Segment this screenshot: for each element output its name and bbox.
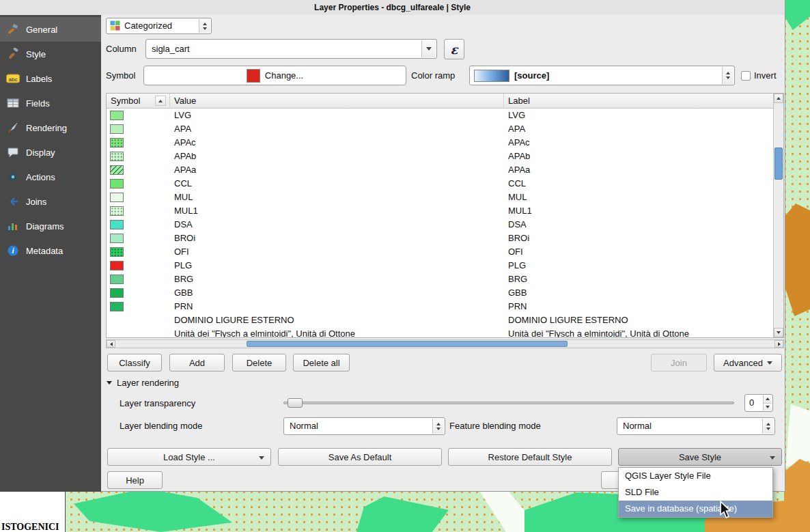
layer-blending-combo[interactable]: Normal [283, 417, 445, 435]
horizontal-scrollbar[interactable] [106, 339, 784, 348]
class-symbol-swatch[interactable] [110, 234, 124, 243]
column-combo[interactable]: sigla_cart [145, 39, 437, 59]
horizontal-scrollbar-thumb[interactable] [247, 341, 568, 347]
save-as-default-button[interactable]: Save As Default [278, 448, 442, 466]
sidebar-item-diagrams[interactable]: Diagrams [0, 214, 101, 238]
joins-icon [6, 195, 20, 208]
scroll-down-icon[interactable] [774, 328, 783, 337]
class-row[interactable]: APAbAPAb [107, 150, 773, 163]
class-row[interactable]: LVGLVG [107, 109, 773, 122]
load-style-button[interactable]: Load Style ... [107, 448, 271, 466]
combo-stepper[interactable] [432, 419, 444, 434]
class-row[interactable]: OFIOFI [107, 245, 773, 259]
window-title: Layer Properties - dbcg_ulfareale | Styl… [0, 0, 785, 15]
symbol-preview-swatch [247, 69, 260, 83]
sidebar-item-style[interactable]: Style [0, 42, 101, 66]
delete-button[interactable]: Delete [232, 354, 286, 372]
expression-builder-button[interactable]: ε [444, 39, 464, 59]
spin-buttons[interactable] [763, 395, 772, 410]
class-symbol-swatch[interactable] [110, 275, 124, 284]
class-symbol-swatch[interactable] [110, 124, 124, 134]
class-row[interactable]: APAAPA [107, 122, 773, 136]
class-row[interactable]: BROiBROi [107, 232, 773, 245]
class-symbol-swatch[interactable] [110, 152, 124, 161]
transparency-spinbox[interactable]: 0 [744, 394, 773, 412]
class-symbol-swatch[interactable] [110, 206, 124, 216]
sidebar-item-general[interactable]: General [0, 17, 101, 42]
menu-item-save-in-database-spatialite-[interactable]: Save in database (spatialite) [619, 501, 772, 517]
class-symbol-swatch[interactable] [110, 165, 124, 175]
menu-item-qgis-layer-style-file[interactable]: QGIS Layer Style File [619, 468, 772, 484]
class-row[interactable]: MUL1MUL1 [107, 204, 773, 218]
add-button[interactable]: Add [169, 354, 225, 372]
class-row[interactable]: BRGBRG [107, 272, 773, 286]
sort-indicator-icon[interactable] [155, 96, 166, 106]
class-row[interactable]: PLGPLG [107, 259, 773, 272]
save-style-button[interactable]: Save Style [618, 448, 782, 466]
layer-rendering-section-toggle[interactable]: Layer rendering [107, 378, 179, 388]
help-button[interactable]: Help [107, 471, 163, 489]
sidebar-item-metadata[interactable]: iMetadata [0, 238, 101, 263]
header-label[interactable]: Label [504, 94, 774, 109]
class-row[interactable]: PRNPRN [107, 300, 773, 313]
sidebar-item-fields[interactable]: Fields [0, 91, 101, 115]
class-symbol-swatch[interactable] [110, 288, 124, 298]
sidebar-item-label: Fields [26, 98, 50, 109]
combo-stepper[interactable] [199, 19, 210, 33]
class-row[interactable]: APAcAPAc [107, 136, 773, 150]
feature-blending-combo[interactable]: Normal [617, 417, 775, 435]
column-dropdown-button[interactable] [421, 40, 436, 57]
color-ramp-preview [474, 70, 509, 82]
class-symbol-swatch[interactable] [110, 111, 124, 120]
color-ramp-combo[interactable]: [source] [469, 66, 735, 85]
scroll-right-icon[interactable] [774, 340, 783, 348]
classify-button[interactable]: Classify [107, 354, 162, 372]
color-ramp-value: [source] [514, 66, 549, 85]
class-row[interactable]: Unità dei "Flysch a elmintoidi", Unità d… [107, 327, 773, 337]
invert-label: Invert [754, 66, 777, 85]
class-row[interactable]: DSADSA [107, 218, 773, 232]
advanced-button[interactable]: Advanced [714, 354, 782, 372]
transparency-slider[interactable] [283, 397, 734, 408]
slider-track [283, 402, 734, 404]
class-symbol-swatch[interactable] [110, 247, 124, 257]
vertical-scrollbar-thumb[interactable] [774, 148, 783, 180]
invert-checkbox[interactable] [741, 71, 751, 81]
class-row[interactable]: APAaAPAa [107, 163, 773, 177]
slider-handle[interactable] [288, 398, 303, 408]
class-row[interactable]: GBBGBB [107, 286, 773, 300]
class-symbol-swatch[interactable] [110, 193, 124, 202]
class-symbol-swatch[interactable] [110, 138, 124, 148]
combo-stepper[interactable] [722, 67, 734, 84]
header-value[interactable]: Value [170, 94, 504, 109]
class-label: APA [504, 122, 525, 136]
symbol-change-button[interactable]: Change... [143, 66, 406, 85]
class-symbol-swatch[interactable] [110, 179, 124, 188]
sidebar-item-display[interactable]: Display [0, 140, 101, 165]
class-row[interactable]: MULMUL [107, 191, 773, 204]
general-icon [6, 23, 20, 36]
class-row[interactable]: DOMINIO LIGURE ESTERNODOMINIO LIGURE EST… [107, 313, 773, 327]
menu-item-sld-file[interactable]: SLD File [619, 484, 772, 501]
header-symbol[interactable]: Symbol [107, 94, 170, 109]
delete-all-button[interactable]: Delete all [293, 354, 350, 372]
class-symbol-swatch[interactable] [110, 302, 124, 311]
sidebar-item-actions[interactable]: Actions [0, 165, 101, 189]
vertical-scrollbar[interactable] [773, 94, 783, 337]
class-symbol-swatch[interactable] [110, 220, 124, 229]
layer-blending-value: Normal [290, 418, 318, 434]
class-row[interactable]: CCLCCL [107, 177, 773, 191]
scroll-left-icon[interactable] [107, 340, 115, 348]
sidebar-item-label: General [26, 25, 57, 35]
classes-rows: LVGLVGAPAAPAAPAcAPAcAPAbAPAbAPAaAPAaCCLC… [107, 109, 773, 337]
scroll-up-icon[interactable] [774, 94, 783, 103]
class-label: DSA [504, 218, 527, 232]
combo-stepper[interactable] [762, 419, 774, 434]
renderer-type-combo[interactable]: Categorized [106, 18, 212, 34]
sidebar-item-labels[interactable]: abcLabels [0, 66, 101, 91]
class-value: MUL [170, 191, 193, 204]
restore-default-style-button[interactable]: Restore Default Style [448, 448, 612, 466]
class-symbol-swatch[interactable] [110, 261, 124, 270]
sidebar-item-rendering[interactable]: Rendering [0, 115, 101, 140]
sidebar-item-joins[interactable]: Joins [0, 189, 101, 214]
